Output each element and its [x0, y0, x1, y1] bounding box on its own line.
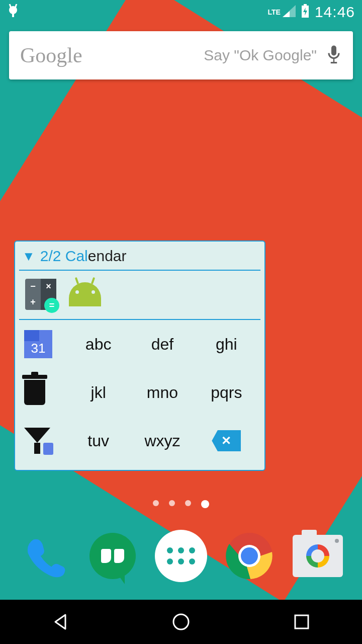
calendar-icon: 31: [24, 330, 52, 358]
trash-icon: [24, 380, 45, 405]
app-drawer-button[interactable]: [155, 530, 207, 582]
key-4-ghi[interactable]: ghi: [195, 335, 258, 354]
key-backspace[interactable]: ✕: [195, 430, 258, 451]
chrome-icon: [225, 532, 274, 580]
key-7-pqrs[interactable]: pqrs: [195, 383, 258, 402]
app-drawer-icon: [155, 530, 207, 582]
top-results-row: −×+÷: [21, 271, 258, 319]
calculator-icon: −×+÷: [25, 279, 56, 310]
back-icon: [51, 613, 69, 631]
dock-app-phone[interactable]: [18, 530, 70, 582]
camera-icon: [293, 535, 343, 577]
page-indicator[interactable]: [0, 500, 362, 508]
svg-rect-3: [15, 4, 18, 8]
home-icon: [171, 612, 191, 631]
key-9-wxyz[interactable]: wxyz: [130, 432, 194, 450]
nav-back-button[interactable]: [30, 607, 90, 637]
svg-rect-1: [12, 13, 14, 17]
microphone-icon[interactable]: [326, 44, 342, 66]
filter-icon: [24, 428, 50, 454]
svg-rect-8: [331, 62, 337, 63]
status-bar[interactable]: LTE 14:46: [0, 0, 362, 24]
key-2-abc[interactable]: abc: [66, 335, 130, 354]
recents-icon: [294, 614, 310, 630]
debug-icon: [7, 4, 19, 20]
widget-title-match: 2/2 Cal: [40, 248, 88, 264]
hangouts-icon: [89, 533, 136, 579]
key-5-jkl[interactable]: jkl: [66, 383, 130, 402]
phone-icon: [22, 533, 67, 579]
svg-rect-5: [304, 4, 307, 6]
android-icon: [69, 282, 101, 306]
nav-home-button[interactable]: [151, 607, 211, 637]
nav-recents-button[interactable]: [272, 607, 332, 637]
t9-keypad: 31 abc def ghi jkl mno pqrs tuv wxyz ✕: [21, 320, 258, 465]
svg-rect-13: [295, 615, 308, 628]
result-app-calculator[interactable]: −×+÷: [23, 277, 58, 312]
google-search-widget[interactable]: Google Say "Ok Google": [9, 31, 353, 79]
dock-app-camera[interactable]: [292, 530, 344, 582]
page-dot-1[interactable]: [153, 500, 159, 506]
svg-rect-7: [333, 58, 335, 62]
dock-app-hangouts[interactable]: [86, 530, 139, 582]
google-logo: Google: [20, 43, 82, 67]
svg-point-11: [241, 547, 258, 565]
key-filter[interactable]: [21, 428, 66, 454]
page-dot-2[interactable]: [169, 500, 175, 506]
key-6-mno[interactable]: mno: [130, 383, 194, 402]
svg-rect-2: [9, 4, 12, 8]
svg-rect-6: [331, 46, 336, 56]
collapse-icon[interactable]: ▼: [22, 249, 35, 264]
t9-search-widget: ▼ 2/2 Calendar −×+÷ 31 abc def ghi jkl m…: [14, 240, 265, 471]
key-1-calendar[interactable]: 31: [21, 330, 66, 358]
battery-charging-icon: [301, 4, 310, 20]
dock-app-chrome[interactable]: [223, 530, 276, 582]
widget-title-rest: endar: [88, 248, 127, 264]
page-dot-3[interactable]: [185, 500, 191, 506]
voice-hint-text: Say "Ok Google": [82, 47, 326, 64]
dock: [0, 523, 362, 589]
page-dot-4[interactable]: [201, 500, 209, 508]
result-app-android[interactable]: [67, 277, 103, 312]
widget-header[interactable]: ▼ 2/2 Calendar: [21, 246, 258, 270]
svg-point-12: [173, 614, 189, 629]
key-8-tuv[interactable]: tuv: [66, 432, 130, 450]
signal-icon: [283, 5, 296, 19]
lte-label: LTE: [268, 8, 281, 16]
key-delete-app[interactable]: [21, 380, 66, 405]
status-time: 14:46: [315, 4, 355, 21]
key-3-def[interactable]: def: [130, 335, 194, 354]
navigation-bar: [0, 600, 362, 644]
backspace-icon: ✕: [212, 430, 241, 451]
